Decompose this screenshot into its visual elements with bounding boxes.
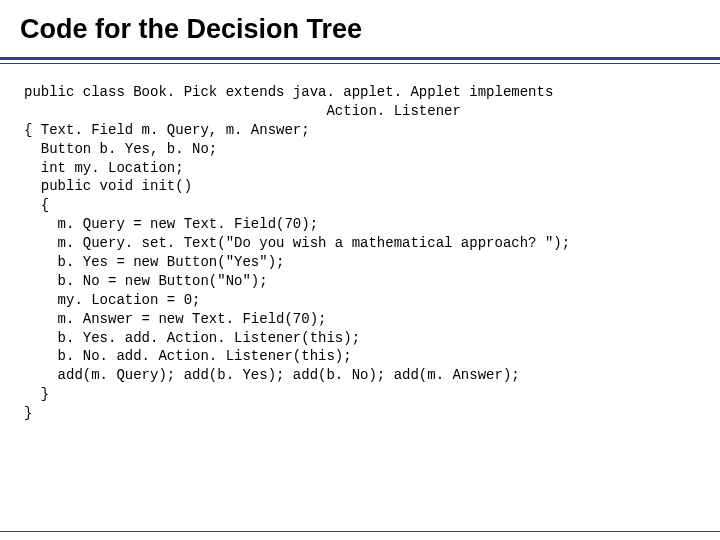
- page-title: Code for the Decision Tree: [20, 14, 700, 45]
- title-block: Code for the Decision Tree: [0, 0, 720, 51]
- divider-thick: [0, 57, 720, 60]
- title-divider: [0, 57, 720, 65]
- slide: Code for the Decision Tree public class …: [0, 0, 720, 540]
- code-area: public class Book. Pick extends java. ap…: [0, 65, 720, 423]
- divider-thin: [0, 63, 720, 64]
- code-block: public class Book. Pick extends java. ap…: [24, 83, 696, 423]
- footer-divider: [0, 531, 720, 532]
